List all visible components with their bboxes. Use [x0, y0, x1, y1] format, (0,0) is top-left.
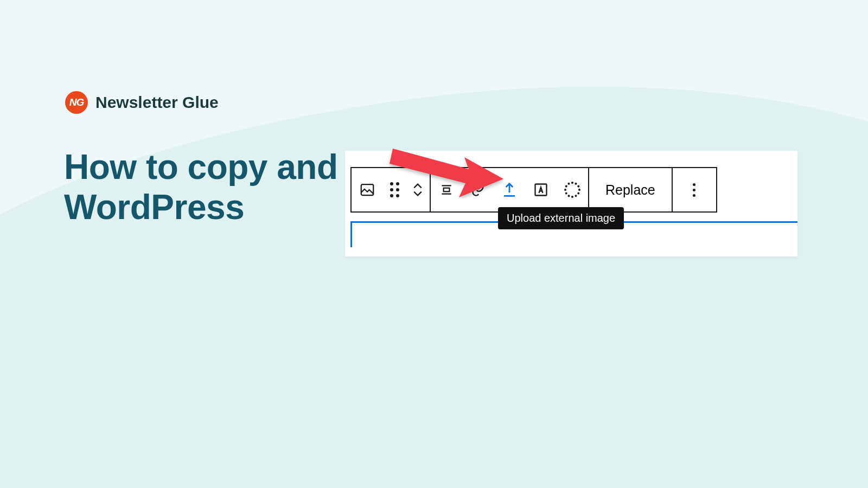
image-block-icon[interactable] [352, 168, 383, 211]
text-overlay-button[interactable] [525, 168, 557, 211]
chevron-down-icon [413, 190, 423, 197]
move-up-down[interactable] [406, 168, 430, 211]
upload-tooltip: Upload external image [498, 207, 624, 229]
brand-logo-text: NG [69, 97, 84, 108]
toolbar-group-block [350, 167, 431, 213]
align-button[interactable] [431, 168, 462, 211]
chevron-up-icon [413, 183, 423, 189]
drag-handle-icon[interactable] [383, 168, 406, 211]
link-button[interactable] [462, 168, 494, 211]
brand-logo: NG [65, 91, 88, 114]
toolbar-group-align [430, 167, 589, 213]
svg-rect-0 [361, 184, 374, 195]
editor-toolbar-screenshot: Replace Upload external image [345, 151, 797, 256]
upload-button[interactable] [494, 168, 525, 211]
toolbar-group-more [672, 167, 717, 213]
toolbar-group-replace: Replace [588, 167, 673, 213]
kebab-icon [693, 183, 695, 197]
svg-rect-1 [444, 188, 450, 192]
replace-button[interactable]: Replace [589, 168, 672, 211]
brand-name: Newsletter Glue [95, 93, 219, 112]
more-options-button[interactable] [673, 168, 716, 211]
filters-button[interactable] [557, 168, 588, 211]
brand-lockup: NG Newsletter Glue [65, 91, 219, 114]
block-toolbar: Replace [350, 167, 716, 213]
